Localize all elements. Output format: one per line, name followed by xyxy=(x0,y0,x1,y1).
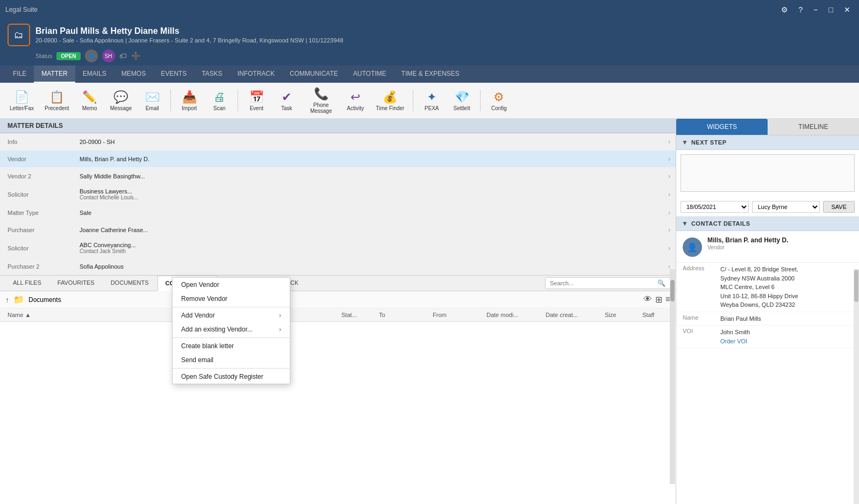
order-voi-link[interactable]: Order VOI xyxy=(720,338,747,344)
toolbar-email[interactable]: ✉️ Email xyxy=(138,88,166,113)
memo-label: Memo xyxy=(82,105,97,111)
toolbar-time-finder[interactable]: 💰 Time Finder xyxy=(371,88,409,113)
breadcrumb-up-icon[interactable]: ↑ xyxy=(5,296,9,304)
menu-emails[interactable]: EMAILS xyxy=(75,66,114,83)
time-finder-icon: 💰 xyxy=(383,90,397,104)
next-step-date-select[interactable]: 18/05/2021 xyxy=(681,201,749,213)
next-step-controls: 18/05/2021 Lucy Byrne SAVE xyxy=(676,198,859,217)
menu-matter[interactable]: MATTER xyxy=(34,66,75,83)
toolbar-precedent[interactable]: 📋 Precedent xyxy=(40,88,74,113)
matter-row-vendor2[interactable]: Vendor 2 Sally Middle Basingthw... › xyxy=(0,168,676,185)
matter-row-solicitor2[interactable]: Solicitor ABC Conveyancing... Contact Ja… xyxy=(0,239,676,258)
folder-icon: 📁 xyxy=(13,294,24,305)
right-panel-scrollbar[interactable] xyxy=(854,269,859,504)
context-menu-open-vendor[interactable]: Open Vendor xyxy=(173,278,290,292)
matter-scrollbar[interactable] xyxy=(670,269,675,484)
matter-label-matter-type: Matter Type xyxy=(0,204,75,221)
import-label: Import xyxy=(182,105,197,111)
help-button[interactable]: ? xyxy=(796,4,806,15)
menu-communicate[interactable]: COMMUNICATE xyxy=(282,66,346,83)
user-avatar[interactable]: SH xyxy=(102,49,115,62)
email-icon: ✉️ xyxy=(145,90,160,104)
minimize-button[interactable]: − xyxy=(810,4,821,15)
matter-details-scroll[interactable]: Info 20-0900 - SH › Vendor Mills, Brian … xyxy=(0,133,676,275)
menu-file[interactable]: FILE xyxy=(5,66,34,83)
context-send-email-label: Send email xyxy=(181,356,213,364)
toolbar-pexa[interactable]: ✦ PEXA xyxy=(418,88,446,113)
menu-autotime[interactable]: AUTOTIME xyxy=(346,66,394,83)
matter-subtitle: 20-0900 - Sale - Sofia Appolinous | Joan… xyxy=(35,37,343,44)
right-tabs: WIDGETS TIMELINE xyxy=(676,119,859,135)
toolbar-import[interactable]: 📥 Import xyxy=(175,88,203,113)
contact-name: Mills, Brian P. and Hetty D. xyxy=(707,236,853,244)
context-menu-add-existing-vendor[interactable]: Add an existing Vendor... › xyxy=(173,322,290,336)
toolbar-sep-4 xyxy=(480,90,481,111)
tab-documents[interactable]: DOCUMENTS xyxy=(103,276,156,291)
grid-view-icon[interactable]: ⊞ xyxy=(655,294,662,305)
matter-arrow-info: › xyxy=(663,133,676,150)
tab-all-files[interactable]: ALL FILES xyxy=(5,276,49,291)
matter-value-info: 20-0900 - SH xyxy=(75,133,663,150)
context-menu-open-safe-custody[interactable]: Open Safe Custody Register xyxy=(173,370,290,384)
add-icon[interactable]: ➕ xyxy=(131,52,140,60)
matter-label-vendor2: Vendor 2 xyxy=(0,168,75,184)
menu-bar: FILE MATTER EMAILS MEMOS EVENTS TASKS IN… xyxy=(0,66,859,83)
contact-details-header[interactable]: ▼ CONTACT DETAILS xyxy=(676,217,859,231)
memo-icon: ✏️ xyxy=(82,90,97,104)
toolbar-phone-message[interactable]: 📞 Phone Message xyxy=(303,85,339,116)
toolbar: 📄 Letter/Fax 📋 Precedent ✏️ Memo 💬 Messa… xyxy=(0,83,859,119)
user-icon: 👤 xyxy=(85,49,98,62)
menu-time-expenses[interactable]: TIME & EXPENSES xyxy=(394,66,467,83)
matter-row-purchaser2[interactable]: Purchaser 2 Sofia Appolinous › xyxy=(0,258,676,275)
activity-icon: ↩ xyxy=(350,90,360,104)
matter-row-solicitor1[interactable]: Solicitor Business Lawyers... Contact Mi… xyxy=(0,185,676,204)
next-step-textarea[interactable] xyxy=(681,154,855,192)
toolbar-memo[interactable]: ✏️ Memo xyxy=(76,88,104,113)
context-add-existing-vendor-label: Add an existing Vendor... xyxy=(181,326,253,333)
app-title: Legal Suite xyxy=(5,6,38,13)
context-menu-remove-vendor[interactable]: Remove Vendor xyxy=(173,292,290,306)
next-step-title: NEXT STEP xyxy=(691,139,727,146)
context-menu-create-blank-letter[interactable]: Create blank letter xyxy=(173,339,290,353)
matter-row-info[interactable]: Info 20-0900 - SH › xyxy=(0,133,676,150)
toolbar-activity[interactable]: ↩ Activity xyxy=(341,88,369,113)
toolbar-event[interactable]: 📅 Event xyxy=(242,88,270,113)
matter-value-matter-type: Sale xyxy=(75,204,663,221)
toolbar-settleit[interactable]: 💎 SettleIt xyxy=(448,88,476,113)
toolbar-scan[interactable]: 🖨 Scan xyxy=(205,88,233,113)
menu-memos[interactable]: MEMOS xyxy=(114,66,153,83)
contact-address-row: Address C/ - Level 8, 20 Bridge Street, … xyxy=(676,263,859,312)
activity-label: Activity xyxy=(347,105,364,111)
matter-row-vendor[interactable]: Vendor Mills, Brian P. and Hetty D. › xyxy=(0,150,676,168)
status-badge[interactable]: OPEN xyxy=(56,52,80,60)
search-input[interactable] xyxy=(550,280,657,286)
maximize-button[interactable]: □ xyxy=(826,4,836,15)
menu-infotrack[interactable]: INFOTRACK xyxy=(230,66,282,83)
close-button[interactable]: ✕ xyxy=(841,4,854,15)
config-label: Config xyxy=(491,105,507,111)
menu-tasks[interactable]: TASKS xyxy=(194,66,230,83)
precedent-label: Precedent xyxy=(45,105,69,111)
next-step-header[interactable]: ▼ NEXT STEP xyxy=(676,135,859,150)
toolbar-task[interactable]: ✔ Task xyxy=(273,88,300,113)
tab-favourites[interactable]: FAVOURITES xyxy=(50,276,102,291)
settings-button[interactable]: ⚙ xyxy=(778,4,791,15)
menu-events[interactable]: EVENTS xyxy=(153,66,194,83)
view-icon[interactable]: 👁 xyxy=(643,294,652,305)
toolbar-config[interactable]: ⚙ Config xyxy=(485,88,513,113)
file-table-header: Name ▲ Stat... To From Date modi... Date… xyxy=(0,308,676,322)
next-step-user-select[interactable]: Lucy Byrne xyxy=(752,201,820,213)
tab-timeline[interactable]: TIMELINE xyxy=(768,119,859,135)
toolbar-letter-fax[interactable]: 📄 Letter/Fax xyxy=(5,88,38,113)
tab-widgets[interactable]: WIDGETS xyxy=(676,119,768,135)
app-logo: 🗂 xyxy=(8,24,30,46)
matter-row-matter-type[interactable]: Matter Type Sale › xyxy=(0,204,676,221)
context-menu-add-vendor[interactable]: Add Vendor › xyxy=(173,308,290,322)
next-step-save-button[interactable]: SAVE xyxy=(823,201,855,213)
right-panel: WIDGETS TIMELINE ▼ NEXT STEP 18/05/2021 … xyxy=(676,119,859,504)
matter-row-purchaser[interactable]: Purchaser Joanne Catherine Frase... › xyxy=(0,221,676,239)
import-icon: 📥 xyxy=(182,90,197,104)
toolbar-message[interactable]: 💬 Message xyxy=(106,88,137,113)
context-menu-send-email[interactable]: Send email xyxy=(173,353,290,367)
time-finder-label: Time Finder xyxy=(376,105,404,111)
